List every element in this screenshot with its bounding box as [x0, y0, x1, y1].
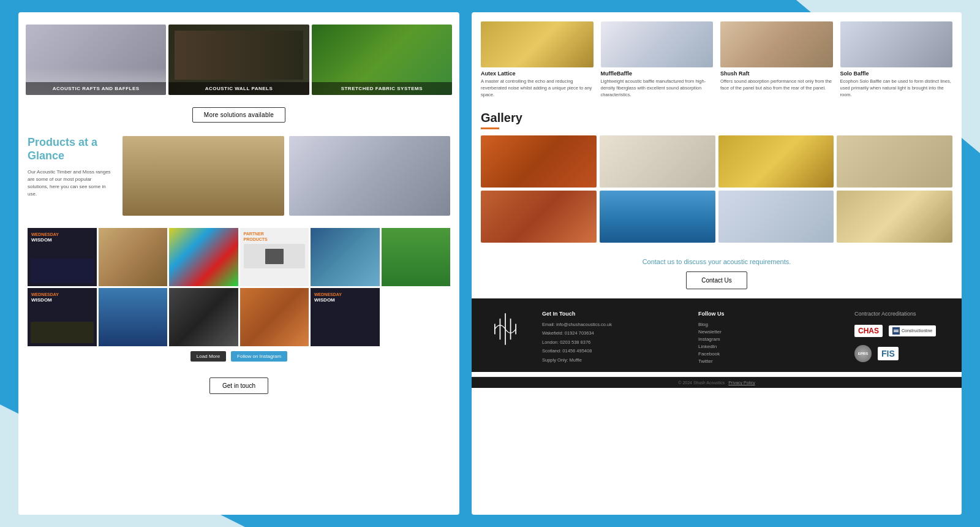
footer: Get In Touch Email: info@shushacoustics.… — [472, 298, 962, 373]
contact-text: Contact us to discuss your acoustic requ… — [481, 258, 952, 265]
footer-email: Email: info@shushacoustics.co.uk — [542, 322, 686, 328]
product-shush: Shush Raft Offers sound absorption perfo… — [720, 21, 833, 99]
product-desc-muffle: Lightweight acoustic baffle manufactured… — [601, 78, 714, 99]
product-name-solo: Solo Baffle — [840, 70, 953, 77]
product-desc-autex: A master at controlling the echo and red… — [481, 78, 594, 99]
product-autex: Autex Lattice A master at controlling th… — [481, 21, 594, 99]
copyright-text: © 2024 Shush Acoustics — [678, 381, 725, 385]
product-name-autex: Autex Lattice — [481, 70, 594, 77]
product-desc-solo: Ecophon Solo Baffle can be used to form … — [840, 78, 953, 99]
gallery-item-8[interactable] — [837, 191, 952, 243]
glance-title: Products at a Glance — [28, 136, 113, 162]
footer-social-col: Follow Us Blog Newsletter Instagram Link… — [698, 311, 842, 366]
product-card-wall[interactable]: ACOUSTIC WALL PANELS — [168, 25, 309, 95]
footer-wakefield: Wakefield: 01924 703634 — [542, 330, 686, 337]
product-cards-row: ACOUSTIC RAFTS AND BAFFLES ACOUSTIC WALL… — [18, 18, 459, 100]
footer-facebook[interactable]: Facebook — [698, 351, 842, 357]
construction-icon — [892, 327, 900, 335]
product-muffle: MuffleBaffle Lightweight acoustic baffle… — [601, 21, 714, 99]
glance-description: Our Acoustic Timber and Moss ranges are … — [28, 169, 113, 198]
footer-contact-title: Get In Touch — [542, 311, 686, 317]
footer-accred-title: Contractor Accreditations — [854, 311, 952, 317]
accred-row-1: CHAS Constructionline — [854, 325, 952, 337]
instagram-item-4[interactable]: PARTNER PRODUCTS — [240, 228, 309, 286]
instagram-item-1[interactable]: WEDNESDAY WISDOM — [28, 228, 97, 286]
contact-section: Contact us to discuss your acoustic requ… — [472, 249, 962, 298]
instagram-item-8[interactable] — [99, 288, 168, 346]
products-glance: Products at a Glance Our Acoustic Timber… — [18, 130, 459, 222]
brand-logo-icon — [487, 311, 524, 347]
contact-button[interactable]: Contact Us — [686, 271, 747, 289]
gallery-item-3[interactable] — [718, 135, 834, 188]
instagram-item-3[interactable] — [169, 228, 238, 286]
instagram-item-11[interactable]: WEDNESDAY WISDOM — [311, 288, 380, 346]
footer-social-title: Follow Us — [698, 311, 842, 317]
product-thumb-autex — [481, 21, 594, 67]
instagram-item-5[interactable] — [311, 228, 380, 286]
product-thumb-solo — [840, 21, 953, 67]
accred-row-2: EPRS FIS — [854, 345, 952, 362]
product-card-rafts[interactable]: ACOUSTIC RAFTS AND BAFFLES — [26, 25, 166, 95]
product-card-fabric[interactable]: STRETCHED FABRIC SYSTEMS — [312, 25, 452, 95]
fabric-label: STRETCHED FABRIC SYSTEMS — [312, 82, 452, 95]
product-thumb-muffle — [601, 21, 714, 67]
footer-london: London: 0203 538 8376 — [542, 339, 686, 346]
chas-logo: CHAS — [854, 325, 883, 337]
footer-accreditations: Contractor Accreditations CHAS Construct… — [854, 311, 952, 362]
gallery-item-6[interactable] — [600, 191, 715, 243]
gallery-item-4[interactable] — [837, 135, 952, 188]
product-name-shush: Shush Raft — [720, 70, 833, 77]
fis-logo: FIS — [878, 347, 899, 360]
footer-newsletter[interactable]: Newsletter — [698, 329, 842, 335]
loadmore-button[interactable]: Load More — [190, 351, 226, 362]
more-solutions-button[interactable]: More solutions available — [192, 107, 285, 123]
instagram-item-2[interactable] — [99, 228, 168, 286]
glance-images — [123, 136, 450, 216]
footer-contact-col: Get In Touch Email: info@shushacoustics.… — [542, 311, 686, 366]
instagram-section: WEDNESDAY WISDOM PARTNER PRODUCTS — [18, 222, 459, 368]
product-thumb-shush — [720, 21, 833, 67]
gallery-grid — [481, 135, 952, 243]
glance-text: Products at a Glance Our Acoustic Timber… — [28, 136, 113, 198]
left-panel: ACOUSTIC RAFTS AND BAFFLES ACOUSTIC WALL… — [18, 12, 459, 515]
gallery-item-7[interactable] — [718, 191, 834, 243]
instagram-item-7[interactable]: WEDNESDAY WISDOM — [28, 288, 97, 346]
instagram-item-9[interactable] — [169, 288, 238, 346]
product-solo: Solo Baffle Ecophon Solo Baffle can be u… — [840, 21, 953, 99]
follow-button[interactable]: Follow on Instagram — [231, 351, 287, 362]
footer-logo — [481, 311, 530, 347]
product-desc-shush: Offers sound absorption performance not … — [720, 78, 833, 92]
glance-image-1 — [123, 136, 284, 216]
footer-blog[interactable]: Blog — [698, 322, 842, 327]
gallery-item-2[interactable] — [600, 135, 715, 188]
get-in-touch-button[interactable]: Get in touch — [209, 377, 268, 394]
instagram-actions: Load More Follow on Instagram — [28, 351, 450, 362]
gallery-title: Gallery — [481, 111, 952, 125]
eprs-logo: EPRS — [854, 345, 872, 362]
wall-label: ACOUSTIC WALL PANELS — [168, 82, 309, 95]
products-row: Autex Lattice A master at controlling th… — [472, 12, 962, 105]
footer-twitter[interactable]: Twitter — [698, 358, 842, 364]
gallery-item-5[interactable] — [481, 191, 597, 243]
right-panel: Autex Lattice A master at controlling th… — [472, 12, 962, 515]
footer-scotland: Scotland: 01456 495408 — [542, 348, 686, 355]
svg-rect-6 — [894, 330, 899, 331]
product-name-muffle: MuffleBaffle — [601, 70, 714, 77]
footer-linkedin[interactable]: LinkedIn — [698, 344, 842, 349]
constructionline-logo: Constructionline — [889, 325, 936, 336]
footer-copyright: © 2024 Shush Acoustics Privacy Policy — [472, 377, 962, 388]
svg-rect-7 — [894, 331, 899, 332]
gallery-section: Gallery — [472, 105, 962, 249]
rafts-label: ACOUSTIC RAFTS AND BAFFLES — [26, 82, 166, 95]
glance-image-2 — [289, 136, 451, 216]
instagram-item-10[interactable] — [240, 288, 309, 346]
footer-instagram[interactable]: Instagram — [698, 336, 842, 342]
gallery-underline — [481, 127, 499, 129]
instagram-grid: WEDNESDAY WISDOM PARTNER PRODUCTS — [28, 228, 450, 346]
privacy-link[interactable]: Privacy Policy — [728, 381, 755, 385]
instagram-item-6[interactable] — [382, 228, 451, 286]
gallery-item-1[interactable] — [481, 135, 597, 188]
svg-rect-5 — [892, 327, 900, 335]
footer-supply: Supply Only: Muffle — [542, 357, 686, 364]
